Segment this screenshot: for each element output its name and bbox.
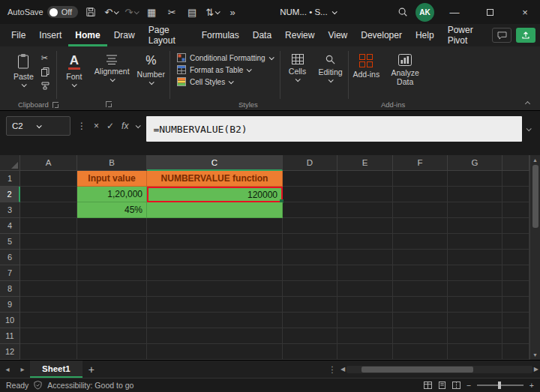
cell-C12[interactable] [147, 344, 283, 360]
share-button[interactable] [516, 28, 536, 43]
conditional-formatting-button[interactable]: Conditional Formatting [177, 53, 273, 62]
scroll-right-icon[interactable]: ▶ [534, 366, 538, 373]
autosave-control[interactable]: AutoSave Off [8, 6, 78, 18]
menu-tab-view[interactable]: View [321, 24, 354, 46]
cell-A8[interactable] [20, 281, 77, 297]
cell-D5[interactable] [283, 234, 338, 250]
cell-C4[interactable] [147, 218, 283, 234]
cell-A6[interactable] [20, 250, 77, 265]
cell-E3[interactable] [338, 202, 393, 218]
picture-icon[interactable]: ▤ [184, 7, 200, 18]
cell-D10[interactable] [283, 313, 338, 328]
cancel-icon[interactable]: × [94, 121, 99, 131]
cell-B5[interactable] [77, 234, 147, 250]
copy-icon[interactable] [41, 67, 50, 76]
cell-D12[interactable] [283, 344, 338, 360]
cell-C5[interactable] [147, 234, 283, 250]
cell-F10[interactable] [393, 313, 448, 328]
font-dialog-launcher[interactable] [106, 101, 112, 107]
cell-E5[interactable] [338, 234, 393, 250]
cell-F6[interactable] [393, 250, 448, 265]
cell-A9[interactable] [20, 297, 77, 313]
cell-B9[interactable] [77, 297, 147, 313]
cell-B4[interactable] [77, 218, 147, 234]
cell-G4[interactable] [448, 218, 502, 234]
cell-G10[interactable] [448, 313, 502, 328]
cell-D1[interactable] [283, 171, 338, 187]
cell-C1[interactable]: NUMBERVALUE function [147, 171, 283, 187]
cell-F8[interactable] [393, 281, 448, 297]
cell-G6[interactable] [448, 250, 502, 265]
cell-B11[interactable] [77, 328, 147, 344]
scroll-up-icon[interactable]: ▲ [532, 157, 538, 163]
cell-C7[interactable] [147, 265, 283, 281]
document-title[interactable]: NUM... • S... [280, 7, 335, 16]
font-group-button[interactable]: A Font [58, 50, 91, 98]
cell-E8[interactable] [338, 281, 393, 297]
clipboard-dialog-launcher[interactable] [52, 102, 58, 108]
column-header-d[interactable]: D [283, 155, 338, 171]
cell-C6[interactable] [147, 250, 283, 265]
name-box[interactable]: C2 [6, 116, 70, 136]
cell-E2[interactable] [338, 187, 393, 202]
page-break-view-icon[interactable] [452, 382, 460, 389]
zoom-slider-thumb[interactable] [498, 382, 501, 389]
enter-icon[interactable]: ✓ [106, 121, 114, 131]
row-header-12[interactable]: 12 [0, 344, 20, 360]
cell-C3[interactable] [147, 202, 283, 218]
cell-A5[interactable] [20, 234, 77, 250]
undo-icon[interactable]: ↶ [104, 7, 118, 18]
number-group-button[interactable]: % Number [134, 50, 169, 98]
insert-function-icon[interactable]: fx [122, 121, 128, 131]
collapse-ribbon-chevron[interactable] [525, 101, 530, 106]
cell-F3[interactable] [393, 202, 448, 218]
menu-tab-page-layout[interactable]: Page Layout [142, 24, 195, 46]
menu-tab-review[interactable]: Review [278, 24, 321, 46]
cell-B10[interactable] [77, 313, 147, 328]
cell-G8[interactable] [448, 281, 502, 297]
row-header-9[interactable]: 9 [0, 297, 20, 313]
sheet-nav-right-icon[interactable]: ▸ [15, 361, 30, 378]
cell-D3[interactable] [283, 202, 338, 218]
addins-button[interactable]: Add-ins [350, 50, 384, 98]
formula-input[interactable]: =NUMBERVALUE(B2) [146, 116, 522, 142]
scroll-left-icon[interactable]: ◀ [340, 366, 345, 373]
cell-B1[interactable]: Input value [77, 171, 147, 187]
save-icon[interactable] [83, 7, 98, 17]
cell-E10[interactable] [338, 313, 393, 328]
row-header-2[interactable]: 2 [0, 187, 20, 202]
cell-styles-button[interactable]: Cell Styles [177, 77, 232, 86]
cell-B6[interactable] [77, 250, 147, 265]
alignment-group-button[interactable]: Alignment [91, 50, 134, 98]
cell-G11[interactable] [448, 328, 502, 344]
cell-D11[interactable] [283, 328, 338, 344]
horizontal-scrollbar-track[interactable] [346, 366, 532, 373]
cell-C8[interactable] [147, 281, 283, 297]
menu-tab-data[interactable]: Data [246, 24, 278, 46]
cell-E11[interactable] [338, 328, 393, 344]
cell-E4[interactable] [338, 218, 393, 234]
row-header-8[interactable]: 8 [0, 281, 20, 297]
menu-tab-developer[interactable]: Developer [354, 24, 409, 46]
row-header-1[interactable]: 1 [0, 171, 20, 187]
cell-A3[interactable] [20, 202, 77, 218]
cell-E7[interactable] [338, 265, 393, 281]
page-layout-view-icon[interactable] [438, 382, 446, 389]
cell-G12[interactable] [448, 344, 502, 360]
vertical-scrollbar-thumb[interactable] [532, 165, 538, 228]
search-icon[interactable] [395, 7, 410, 17]
cell-C2[interactable]: 120000 [147, 187, 283, 202]
cell-C11[interactable] [147, 328, 283, 344]
menu-tab-home[interactable]: Home [68, 24, 106, 46]
cell-G9[interactable] [448, 297, 502, 313]
maximize-button[interactable] [475, 0, 505, 24]
cell-F12[interactable] [393, 344, 448, 360]
cell-D4[interactable] [283, 218, 338, 234]
editing-group-button[interactable]: Editing [314, 50, 347, 98]
minimize-button[interactable]: — [440, 0, 470, 24]
avatar[interactable]: AK [416, 3, 434, 22]
cell-A10[interactable] [20, 313, 77, 328]
cell-A2[interactable] [20, 187, 77, 202]
cell-B3[interactable]: 45% [77, 202, 147, 218]
cell-G3[interactable] [448, 202, 502, 218]
